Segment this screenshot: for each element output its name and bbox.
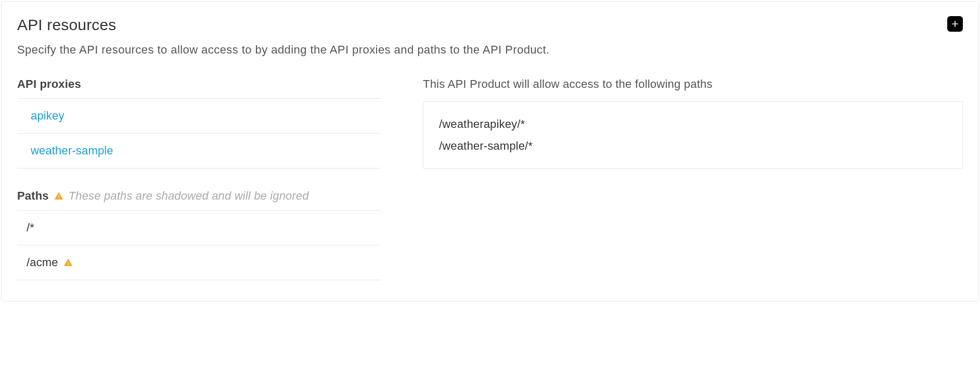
api-resources-panel: API resources Specify the API resources … [1,1,979,302]
path-text: /* [27,221,34,234]
paths-warning-note: These paths are shadowed and will be ign… [69,189,309,203]
plus-icon [950,19,960,29]
warning-icon [54,191,63,201]
allowed-paths-box: /weatherapikey/*/weather-sample/* [423,101,963,169]
paths-header: Paths These paths are shadowed and will … [17,189,381,211]
allowed-path: /weather-sample/* [439,135,947,157]
path-row: /acme [17,245,381,280]
panel-description: Specify the API resources to allow acces… [17,43,963,57]
allowed-path: /weatherapikey/* [439,113,947,135]
proxy-link[interactable]: apikey [17,99,381,134]
path-row: /* [17,211,381,245]
warning-icon [63,258,73,267]
proxy-link[interactable]: weather-sample [17,134,381,168]
add-resource-button[interactable] [947,16,963,32]
path-text: /acme [27,256,58,269]
allowed-paths-header: This API Product will allow access to th… [423,77,963,91]
panel-title: API resources [17,16,117,34]
api-proxies-header: API proxies [17,77,381,99]
paths-header-text: Paths [17,189,49,203]
api-proxies-header-text: API proxies [17,77,81,91]
